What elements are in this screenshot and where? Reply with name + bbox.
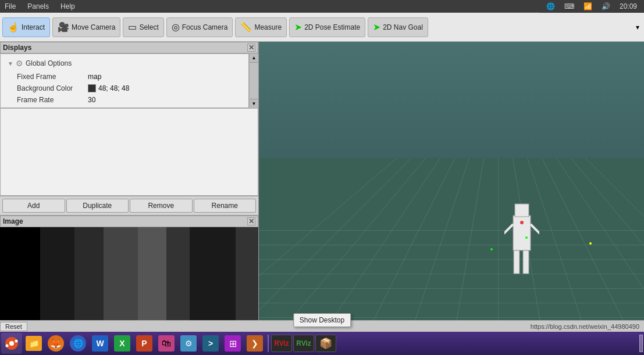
- svg-rect-26: [523, 250, 529, 274]
- svg-line-15: [542, 158, 629, 332]
- svg-rect-25: [514, 250, 520, 274]
- image-strip-3: [74, 227, 103, 332]
- menu-bar: File Panels Help 🌐 ⌨ 📶 🔊 20:09: [0, 0, 644, 13]
- svg-point-31: [9, 341, 14, 346]
- scroll-track: [250, 63, 258, 99]
- focus-camera-button[interactable]: ◎ Focus Camera: [166, 17, 233, 37]
- image-strip-2: [40, 227, 74, 332]
- pose-estimate-icon: ➤: [294, 21, 302, 33]
- measure-label: Measure: [254, 23, 282, 31]
- taskbar-word-icon[interactable]: W: [90, 333, 111, 354]
- svg-line-10: [455, 158, 484, 332]
- svg-rect-0: [259, 158, 644, 332]
- taskbar-chevron-icon[interactable]: ❯: [244, 333, 265, 354]
- global-options-row: ▼ ⚙ Global Options: [3, 56, 246, 70]
- image-strip-10: [236, 227, 258, 332]
- taskbar-ubuntu-icon[interactable]: [1, 333, 22, 354]
- global-options-label: Global Options: [26, 59, 72, 67]
- svg-line-27: [504, 224, 513, 236]
- show-desktop-area[interactable]: [639, 335, 643, 352]
- duplicate-button[interactable]: Duplicate: [66, 199, 129, 213]
- interact-button[interactable]: ☝ Interact: [2, 17, 50, 37]
- taskbar-store-icon[interactable]: 🛍: [156, 333, 177, 354]
- image-header: Image ✕: [0, 216, 258, 227]
- taskbar-browser-icon[interactable]: 🌐: [67, 333, 88, 354]
- taskbar-files-icon[interactable]: 📁: [23, 333, 44, 354]
- select-icon: ▭: [128, 21, 137, 33]
- image-section: Image ✕: [0, 215, 258, 332]
- svg-line-22: [259, 158, 397, 332]
- expand-icon: ▼: [8, 60, 13, 67]
- image-strip-4: [104, 227, 138, 332]
- scroll-up-button[interactable]: ▲: [250, 53, 258, 63]
- taskbar-grid-icon[interactable]: ⊞: [222, 333, 243, 354]
- menu-panels[interactable]: Panels: [25, 1, 51, 12]
- taskbar-terminal2-icon[interactable]: >: [200, 333, 221, 354]
- left-panel: Displays ✕ ▼ ⚙ Global Options: [0, 42, 259, 332]
- taskbar-rviz-green-icon[interactable]: RViz: [293, 333, 314, 354]
- nav-goal-button[interactable]: ➤ 2D Nav Goal: [368, 17, 428, 37]
- taskbar-terminal-icon[interactable]: ⚙: [178, 333, 199, 354]
- menu-file[interactable]: File: [2, 1, 18, 12]
- image-content: [0, 227, 258, 332]
- main-content: Displays ✕ ▼ ⚙ Global Options: [0, 42, 644, 332]
- svg-line-21: [585, 158, 644, 332]
- displays-scrollbar[interactable]: ▲ ▼: [249, 53, 258, 108]
- marker-dot-green: [490, 248, 493, 250]
- network-icon: 🌐: [544, 1, 557, 12]
- toolbar: ☝ Interact 🎥 Move Camera ▭ Select ◎ Focu…: [0, 13, 644, 42]
- show-desktop-tooltip: Show Desktop: [293, 313, 351, 327]
- displays-header: Displays ✕: [0, 42, 258, 53]
- panel-buttons: Add Duplicate Remove Rename: [0, 196, 258, 215]
- select-button[interactable]: ▭ Select: [123, 17, 163, 37]
- taskbar-excel-icon[interactable]: X: [112, 333, 133, 354]
- image-strip-6: [166, 227, 189, 332]
- svg-line-12: [411, 158, 469, 332]
- pose-estimate-button[interactable]: ➤ 2D Pose Estimate: [289, 17, 365, 37]
- fixed-frame-label: Fixed Frame: [3, 71, 84, 82]
- displays-close-button[interactable]: ✕: [247, 44, 255, 52]
- fixed-frame-value[interactable]: map: [86, 71, 246, 82]
- scroll-down-button[interactable]: ▼: [250, 99, 258, 108]
- svg-line-14: [368, 158, 455, 332]
- bluetooth-icon: 📶: [581, 1, 595, 12]
- add-button[interactable]: Add: [2, 199, 65, 213]
- taskbar-powerpoint-icon[interactable]: P: [134, 333, 155, 354]
- fixed-frame-row: Fixed Frame map: [3, 71, 246, 82]
- bg-color-swatch[interactable]: [88, 84, 96, 92]
- displays-title: Displays: [3, 44, 31, 52]
- taskbar-firefox-icon[interactable]: 🦊: [45, 333, 66, 354]
- measure-icon: 📏: [240, 21, 252, 33]
- nav-goal-label: 2D Nav Goal: [383, 23, 423, 31]
- move-camera-icon: 🎥: [58, 21, 69, 33]
- taskbar-rviz-red-icon[interactable]: RViz: [271, 333, 292, 354]
- frame-rate-value[interactable]: 30: [86, 95, 246, 105]
- menu-help[interactable]: Help: [58, 1, 77, 12]
- rename-button[interactable]: Rename: [194, 199, 257, 213]
- svg-point-33: [6, 345, 9, 347]
- nav-goal-icon: ➤: [373, 21, 380, 33]
- viewport[interactable]: ✕ tk Focus on this window and use the WA…: [259, 42, 644, 332]
- select-label: Select: [139, 23, 158, 31]
- remove-button[interactable]: Remove: [130, 199, 193, 213]
- interact-label: Interact: [22, 23, 45, 31]
- viewport-sky: [259, 42, 644, 173]
- keyboard-icon: ⌨: [562, 1, 577, 12]
- pose-estimate-label: 2D Pose Estimate: [304, 23, 360, 31]
- measure-button[interactable]: 📏 Measure: [235, 17, 287, 37]
- taskbar-rviz-box-icon[interactable]: 📦: [315, 333, 336, 354]
- toolbar-dropdown-arrow[interactable]: ▾: [636, 23, 639, 31]
- svg-line-17: [556, 158, 644, 332]
- focus-camera-label: Focus Camera: [182, 23, 228, 31]
- bg-color-value: 48; 48; 48: [98, 84, 129, 92]
- image-close-button[interactable]: ✕: [247, 217, 255, 225]
- gear-icon: ⚙: [16, 59, 23, 68]
- reset-button[interactable]: Reset: [0, 322, 27, 331]
- image-strip-1: [0, 227, 40, 332]
- robot-figure: [504, 192, 539, 285]
- displays-section: Displays ✕ ▼ ⚙ Global Options: [0, 42, 258, 108]
- svg-line-28: [531, 224, 539, 236]
- move-camera-button[interactable]: 🎥 Move Camera: [52, 17, 120, 37]
- displays-content: ▼ ⚙ Global Options Fixed Frame map Bac: [0, 53, 249, 108]
- bg-color-row: Background Color 48; 48; 48: [3, 83, 246, 94]
